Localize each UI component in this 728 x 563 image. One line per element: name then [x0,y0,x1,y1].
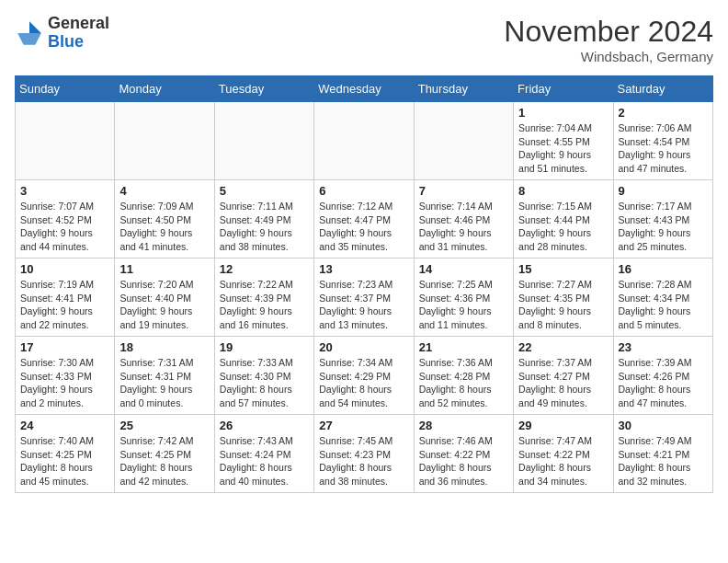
calendar-cell: 29Sunrise: 7:47 AM Sunset: 4:22 PM Dayli… [514,415,613,493]
calendar-cell: 21Sunrise: 7:36 AM Sunset: 4:28 PM Dayli… [414,337,513,415]
calendar-cell [414,102,513,180]
day-info: Sunrise: 7:04 AM Sunset: 4:55 PM Dayligh… [518,121,608,176]
calendar-cell: 25Sunrise: 7:42 AM Sunset: 4:25 PM Dayli… [115,415,214,493]
day-number: 9 [619,184,708,198]
calendar-cell: 18Sunrise: 7:31 AM Sunset: 4:31 PM Dayli… [115,337,214,415]
day-info: Sunrise: 7:45 AM Sunset: 4:23 PM Dayligh… [319,434,408,488]
day-info: Sunrise: 7:07 AM Sunset: 4:52 PM Dayligh… [20,200,109,254]
calendar-cell: 11Sunrise: 7:20 AM Sunset: 4:40 PM Dayli… [115,259,214,337]
logo-general: General [48,14,109,32]
day-number: 30 [619,419,708,432]
calendar-cell: 10Sunrise: 7:19 AM Sunset: 4:41 PM Dayli… [16,259,115,337]
day-info: Sunrise: 7:15 AM Sunset: 4:44 PM Dayligh… [518,200,608,254]
day-number: 27 [319,419,408,432]
calendar: SundayMondayTuesdayWednesdayThursdayFrid… [15,75,713,493]
day-info: Sunrise: 7:25 AM Sunset: 4:36 PM Dayligh… [419,278,508,332]
day-info: Sunrise: 7:47 AM Sunset: 4:22 PM Dayligh… [518,434,608,488]
day-info: Sunrise: 7:36 AM Sunset: 4:28 PM Dayligh… [419,356,508,410]
day-info: Sunrise: 7:46 AM Sunset: 4:22 PM Dayligh… [419,434,508,488]
day-number: 28 [419,419,508,432]
svg-marker-1 [17,33,41,45]
location: Windsbach, Germany [504,49,713,64]
week-row-1: 1Sunrise: 7:04 AM Sunset: 4:55 PM Daylig… [16,102,713,180]
week-row-2: 3Sunrise: 7:07 AM Sunset: 4:52 PM Daylig… [16,180,713,259]
day-info: Sunrise: 7:28 AM Sunset: 4:34 PM Dayligh… [619,278,708,332]
day-info: Sunrise: 7:39 AM Sunset: 4:26 PM Dayligh… [619,356,708,410]
day-info: Sunrise: 7:30 AM Sunset: 4:33 PM Dayligh… [20,356,109,410]
logo-icon [15,18,44,48]
day-info: Sunrise: 7:40 AM Sunset: 4:25 PM Dayligh… [20,434,109,488]
day-info: Sunrise: 7:34 AM Sunset: 4:29 PM Dayligh… [319,356,408,410]
day-info: Sunrise: 7:42 AM Sunset: 4:25 PM Dayligh… [119,434,209,488]
day-number: 3 [20,184,109,198]
calendar-cell: 4Sunrise: 7:09 AM Sunset: 4:50 PM Daylig… [115,180,214,259]
day-info: Sunrise: 7:17 AM Sunset: 4:43 PM Dayligh… [619,200,708,254]
logo: General Blue [15,15,109,52]
calendar-cell: 6Sunrise: 7:12 AM Sunset: 4:47 PM Daylig… [314,180,414,259]
day-number: 14 [419,262,508,276]
day-number: 24 [20,419,109,432]
weekday-header-thursday: Thursday [414,76,513,102]
day-number: 10 [20,262,109,276]
calendar-cell: 5Sunrise: 7:11 AM Sunset: 4:49 PM Daylig… [214,180,313,259]
calendar-cell: 16Sunrise: 7:28 AM Sunset: 4:34 PM Dayli… [613,259,712,337]
week-row-4: 17Sunrise: 7:30 AM Sunset: 4:33 PM Dayli… [16,337,713,415]
calendar-cell: 15Sunrise: 7:27 AM Sunset: 4:35 PM Dayli… [514,259,613,337]
day-number: 17 [20,340,109,354]
day-info: Sunrise: 7:19 AM Sunset: 4:41 PM Dayligh… [20,278,109,332]
calendar-cell: 20Sunrise: 7:34 AM Sunset: 4:29 PM Dayli… [314,337,414,415]
day-number: 2 [619,106,708,120]
calendar-cell: 8Sunrise: 7:15 AM Sunset: 4:44 PM Daylig… [514,180,613,259]
weekday-header-tuesday: Tuesday [214,76,313,102]
calendar-cell: 1Sunrise: 7:04 AM Sunset: 4:55 PM Daylig… [514,102,613,180]
day-info: Sunrise: 7:20 AM Sunset: 4:40 PM Dayligh… [119,278,209,332]
svg-marker-0 [29,21,41,33]
calendar-cell: 12Sunrise: 7:22 AM Sunset: 4:39 PM Dayli… [214,259,313,337]
day-number: 20 [319,340,408,354]
logo-blue: Blue [48,32,84,51]
calendar-cell: 2Sunrise: 7:06 AM Sunset: 4:54 PM Daylig… [613,102,712,180]
day-info: Sunrise: 7:33 AM Sunset: 4:30 PM Dayligh… [220,356,309,410]
week-row-5: 24Sunrise: 7:40 AM Sunset: 4:25 PM Dayli… [16,415,713,493]
calendar-cell: 14Sunrise: 7:25 AM Sunset: 4:36 PM Dayli… [414,259,513,337]
calendar-cell: 17Sunrise: 7:30 AM Sunset: 4:33 PM Dayli… [16,337,115,415]
day-info: Sunrise: 7:12 AM Sunset: 4:47 PM Dayligh… [319,200,408,254]
month-title: November 2024 [504,15,713,49]
weekday-header-friday: Friday [514,76,613,102]
day-number: 19 [220,340,309,354]
calendar-cell: 3Sunrise: 7:07 AM Sunset: 4:52 PM Daylig… [16,180,115,259]
day-info: Sunrise: 7:43 AM Sunset: 4:24 PM Dayligh… [220,434,309,488]
day-number: 16 [619,262,708,276]
week-row-3: 10Sunrise: 7:19 AM Sunset: 4:41 PM Dayli… [16,259,713,337]
day-number: 21 [419,340,508,354]
day-info: Sunrise: 7:22 AM Sunset: 4:39 PM Dayligh… [220,278,309,332]
calendar-cell: 13Sunrise: 7:23 AM Sunset: 4:37 PM Dayli… [314,259,414,337]
calendar-cell: 26Sunrise: 7:43 AM Sunset: 4:24 PM Dayli… [214,415,313,493]
calendar-cell: 27Sunrise: 7:45 AM Sunset: 4:23 PM Dayli… [314,415,414,493]
day-number: 8 [518,184,608,198]
day-number: 23 [619,340,708,354]
day-number: 13 [319,262,408,276]
calendar-cell: 7Sunrise: 7:14 AM Sunset: 4:46 PM Daylig… [414,180,513,259]
day-info: Sunrise: 7:11 AM Sunset: 4:49 PM Dayligh… [220,200,309,254]
calendar-cell: 9Sunrise: 7:17 AM Sunset: 4:43 PM Daylig… [613,180,712,259]
calendar-cell [16,102,115,180]
weekday-header-row: SundayMondayTuesdayWednesdayThursdayFrid… [16,76,713,102]
day-number: 12 [220,262,309,276]
day-info: Sunrise: 7:49 AM Sunset: 4:21 PM Dayligh… [619,434,708,488]
day-number: 26 [220,419,309,432]
day-number: 4 [119,184,209,198]
calendar-cell: 23Sunrise: 7:39 AM Sunset: 4:26 PM Dayli… [613,337,712,415]
day-number: 7 [419,184,508,198]
weekday-header-monday: Monday [115,76,214,102]
page-header: General Blue November 2024 Windsbach, Ge… [15,15,713,64]
day-number: 22 [518,340,608,354]
day-number: 29 [518,419,608,432]
calendar-cell [314,102,414,180]
day-number: 11 [119,262,209,276]
calendar-cell [214,102,313,180]
weekday-header-saturday: Saturday [613,76,712,102]
day-info: Sunrise: 7:31 AM Sunset: 4:31 PM Dayligh… [119,356,209,410]
day-number: 1 [518,106,608,120]
day-number: 5 [220,184,309,198]
